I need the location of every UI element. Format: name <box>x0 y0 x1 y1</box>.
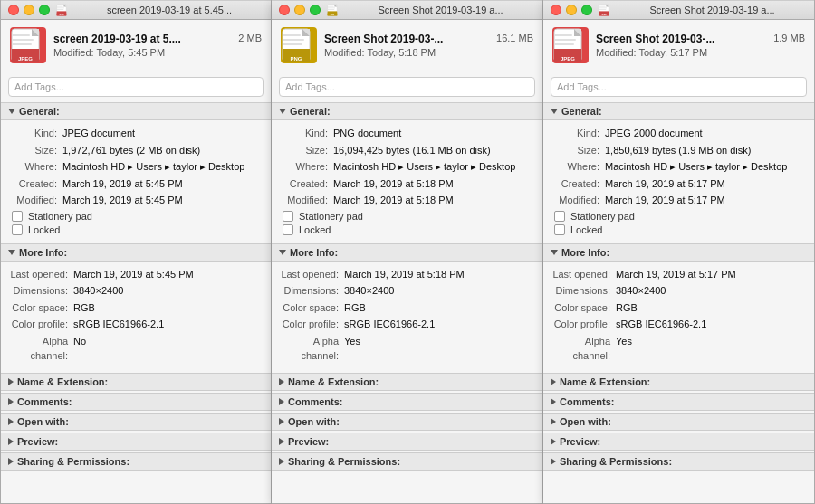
collapsed-triangle-1 <box>279 398 284 405</box>
general-section-header[interactable]: General: <box>1 102 271 120</box>
collapsed-section-1[interactable]: Comments: <box>272 393 542 411</box>
size-label: Size: <box>8 143 62 158</box>
size-value: 16,094,425 bytes (16.1 MB on disk) <box>333 143 535 158</box>
collapsed-triangle-3 <box>279 438 284 445</box>
modified-label: Modified: <box>551 193 605 208</box>
stationery-checkbox[interactable] <box>12 211 23 222</box>
more-info-section-header[interactable]: More Info: <box>1 243 271 262</box>
locked-row: Locked <box>8 224 264 235</box>
collapsed-section-4[interactable]: Sharing & Permissions: <box>543 452 814 471</box>
last-opened-label: Last opened: <box>279 267 344 282</box>
file-type-icon: PNG <box>326 3 340 17</box>
locked-checkbox[interactable] <box>554 224 565 235</box>
color-profile-row: Color profile: sRGB IEC61966-2.1 <box>8 317 264 332</box>
collapsed-triangle-3 <box>8 438 14 445</box>
file-name: Screen Shot 2019-03-... <box>324 33 443 45</box>
stationery-checkbox[interactable] <box>554 211 565 222</box>
collapsed-section-2[interactable]: Open with: <box>1 413 271 431</box>
where-row: Where: Macintosh HD ▸ Users ▸ taylor ▸ D… <box>551 159 807 175</box>
collapsed-label-2: Open with: <box>560 416 611 427</box>
svg-rect-37 <box>283 34 301 36</box>
collapsed-section-0[interactable]: Name & Extension: <box>272 373 542 391</box>
more-info-section-header[interactable]: More Info: <box>543 243 814 262</box>
color-space-label: Color space: <box>8 300 73 316</box>
file-size: 16.1 MB <box>496 33 533 43</box>
where-label: Where: <box>551 159 605 175</box>
collapsed-triangle-4 <box>279 458 284 465</box>
stationery-checkbox[interactable] <box>283 211 293 222</box>
svg-text:JPEG: JPEG <box>561 56 575 62</box>
tags-input[interactable]: Add Tags... <box>8 77 264 97</box>
collapsed-label-3: Preview: <box>560 436 600 447</box>
locked-checkbox[interactable] <box>12 224 23 235</box>
tags-input[interactable]: Add Tags... <box>551 77 807 97</box>
maximize-button[interactable] <box>310 5 321 15</box>
general-section-header[interactable]: General: <box>543 102 814 120</box>
file-name: Screen Shot 2019-03-... <box>596 33 714 45</box>
file-meta: 16.1 MB Screen Shot 2019-03-... Modified… <box>324 33 533 58</box>
locked-checkbox[interactable] <box>283 224 293 235</box>
modified-value: March 19, 2019 at 5:45 PM <box>62 193 264 208</box>
tags-input[interactable]: Add Tags... <box>279 77 535 97</box>
color-space-value: RGB <box>73 300 264 316</box>
alpha-value: Yes <box>344 334 535 364</box>
svg-text:JPEG: JPEG <box>59 14 64 15</box>
collapsed-section-0[interactable]: Name & Extension: <box>543 373 814 391</box>
where-row: Where: Macintosh HD ▸ Users ▸ taylor ▸ D… <box>279 159 535 175</box>
svg-rect-27 <box>328 6 334 7</box>
close-button[interactable] <box>279 5 290 15</box>
window-2: PNG Screen Shot 2019-03-19 a... PNG 16.1… <box>272 0 543 504</box>
svg-rect-8 <box>57 8 64 9</box>
maximize-button[interactable] <box>581 5 592 15</box>
file-name-row: 2 MB screen 2019-03-19 at 5.... <box>53 33 262 45</box>
color-profile-row: Color profile: sRGB IEC61966-2.1 <box>279 317 535 332</box>
general-section-header[interactable]: General: <box>272 102 542 120</box>
color-profile-value: sRGB IEC61966-2.1 <box>344 317 535 332</box>
svg-text:PNG: PNG <box>290 56 302 62</box>
collapsed-label-1: Comments: <box>17 396 72 407</box>
modified-row: Modified: March 19, 2019 at 5:17 PM <box>551 193 807 208</box>
collapsed-section-4[interactable]: Sharing & Permissions: <box>272 452 542 471</box>
maximize-button[interactable] <box>39 5 50 15</box>
size-row: Size: 1,850,619 bytes (1.9 MB on disk) <box>551 143 807 158</box>
more-info-triangle <box>279 250 286 255</box>
color-space-label: Color space: <box>551 300 616 316</box>
svg-text:JPEG: JPEG <box>18 56 33 62</box>
file-header: JPEG 2 MB screen 2019-03-19 at 5.... Mod… <box>1 20 271 71</box>
last-opened-label: Last opened: <box>8 267 73 282</box>
alpha-value: Yes <box>616 334 807 364</box>
svg-rect-47 <box>599 6 606 7</box>
collapsed-section-2[interactable]: Open with: <box>543 413 814 431</box>
collapsed-section-1[interactable]: Comments: <box>1 393 271 411</box>
dimensions-label: Dimensions: <box>8 283 73 299</box>
collapsed-section-1[interactable]: Comments: <box>543 393 814 411</box>
collapsed-section-0[interactable]: Name & Extension: <box>1 373 271 391</box>
minimize-button[interactable] <box>24 5 34 15</box>
collapsed-section-4[interactable]: Sharing & Permissions: <box>1 452 271 471</box>
color-profile-label: Color profile: <box>8 317 73 332</box>
size-row: Size: 1,972,761 bytes (2 MB on disk) <box>8 143 264 158</box>
close-button[interactable] <box>8 5 19 15</box>
stationery-label: Stationery pad <box>28 211 92 222</box>
collapsed-section-3[interactable]: Preview: <box>543 433 814 451</box>
collapsed-section-3[interactable]: Preview: <box>1 433 271 451</box>
svg-rect-7 <box>57 6 63 7</box>
modified-label: Modified: <box>8 193 62 208</box>
size-value: 1,850,619 bytes (1.9 MB on disk) <box>605 143 807 158</box>
minimize-button[interactable] <box>566 5 577 15</box>
close-button[interactable] <box>551 5 561 15</box>
traffic-lights <box>8 5 50 15</box>
locked-row: Locked <box>279 224 535 235</box>
svg-rect-48 <box>599 8 607 9</box>
svg-rect-39 <box>283 43 302 45</box>
minimize-button[interactable] <box>294 5 305 15</box>
general-section-content: Kind: JPEG document Size: 1,972,761 byte… <box>1 120 271 243</box>
collapsed-section-3[interactable]: Preview: <box>272 433 542 451</box>
svg-rect-38 <box>283 39 304 41</box>
collapsed-triangle-0 <box>8 378 14 385</box>
more-info-section-header[interactable]: More Info: <box>272 243 542 262</box>
collapsed-label-2: Open with: <box>17 416 69 427</box>
collapsed-section-2[interactable]: Open with: <box>272 413 542 431</box>
file-meta: 2 MB screen 2019-03-19 at 5.... Modified… <box>53 33 262 58</box>
file-modified: Modified: Today, 5:45 PM <box>53 47 262 58</box>
